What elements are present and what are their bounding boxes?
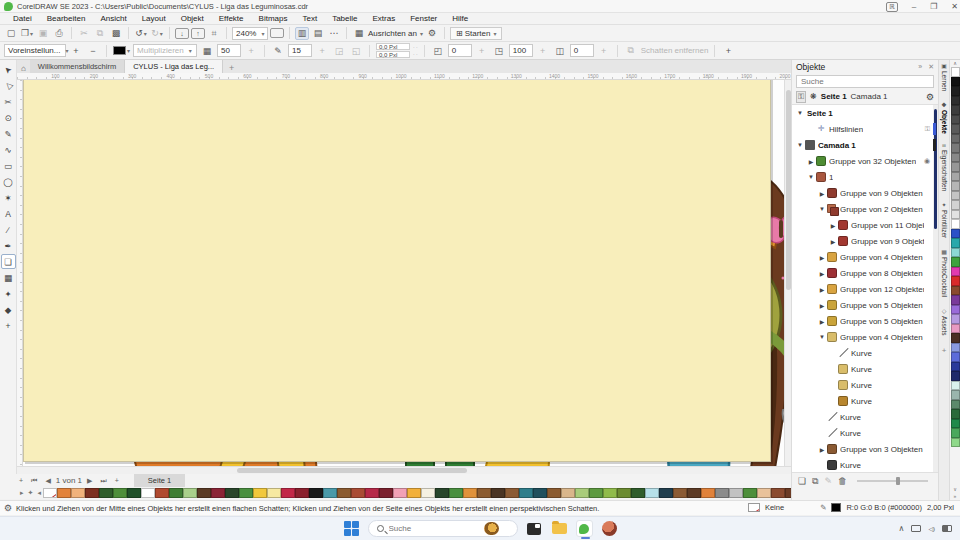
color-swatch[interactable] [757,488,771,498]
docker-settings-gear[interactable]: ⚙ [926,92,934,102]
text-tool[interactable]: A [1,206,16,221]
tree-row-7[interactable]: ▶Gruppe von 11 Objekten [792,217,938,233]
add-docker-button[interactable]: + [942,346,947,355]
expand-arrow-icon[interactable]: ▶ [818,318,826,325]
menu-objekt[interactable]: Objekt [174,13,211,25]
shadow-offset-fields[interactable]: 0,0 Pxl 0,0 Pxl [376,43,410,58]
color-swatch[interactable] [617,488,631,498]
more-tools[interactable]: + [1,318,16,333]
color-swatch[interactable] [659,488,673,498]
color-swatch[interactable] [951,352,960,362]
shadow-opacity-field[interactable]: 50 [217,44,241,57]
color-swatch[interactable] [673,488,687,498]
battery-tray-icon[interactable] [942,525,952,532]
docker-tab-photococktail[interactable]: ▦PhotoCocktail [941,248,948,297]
prev-page-button[interactable]: ◀ [42,477,53,485]
show-grid-toggle[interactable]: ▤ [311,27,325,40]
expand-arrow-icon[interactable]: ▶ [818,254,826,261]
color-swatch[interactable] [951,390,960,400]
opacity2-field[interactable]: 100 [509,44,533,57]
docker-search[interactable] [796,75,934,88]
feather-direction-button[interactable]: ◲ [332,44,346,57]
last-page-button[interactable]: ⏭ [97,477,109,485]
browser-taskbar-button[interactable] [601,520,618,537]
docker-tab-eigenschaften[interactable]: ≡Eigenschaften [941,144,948,191]
color-swatch[interactable] [951,134,960,144]
tree-row-21[interactable]: ▶Gruppe von 3 Objekten [792,441,938,457]
show-rulers-toggle[interactable]: ▥ [295,27,309,40]
color-swatch[interactable] [267,488,281,498]
home-tab-icon[interactable]: ⌂ [17,64,30,73]
taskbar-search[interactable] [368,520,518,537]
color-swatch[interactable] [951,86,960,96]
tree-row-18[interactable]: Kurve [792,393,938,409]
expand-arrow-icon[interactable]: ▼ [807,174,815,180]
lock-icon[interactable]: ⚿ [925,125,930,133]
color-swatch[interactable] [225,488,239,498]
color-swatch[interactable] [421,488,435,498]
docker-collapse-button[interactable]: » [918,63,922,71]
color-swatch[interactable] [533,488,547,498]
color-swatch[interactable] [951,200,960,210]
expand-arrow-icon[interactable]: ▶ [807,158,815,165]
color-swatch[interactable] [365,488,379,498]
feather-stepper[interactable]: + [315,44,329,57]
color-swatch[interactable] [951,219,960,229]
color-swatch[interactable] [743,488,757,498]
tree-row-20[interactable]: Kurve [792,425,938,441]
color-swatch[interactable] [449,488,463,498]
color-swatch[interactable] [547,488,561,498]
delete-button[interactable]: 🗑 [838,476,847,486]
menu-layout[interactable]: Layout [135,13,173,25]
page-tab[interactable]: Seite 1 [134,474,185,487]
tree-row-12[interactable]: ▶Gruppe von 5 Objekten [792,297,938,313]
remove-preset-button[interactable]: − [86,44,100,57]
docker-tab-pointilizer[interactable]: ✦Pointilizer [941,201,948,238]
rectangle-tool[interactable]: ▭ [1,158,16,173]
lock-toggle-icon[interactable]: ⚿ [796,91,806,103]
export-button[interactable]: ↑ [191,28,205,39]
expand-arrow-icon[interactable]: ▶ [818,446,826,453]
zoom-level-combo[interactable]: 240%▾ [232,27,268,40]
color-swatch[interactable] [127,488,141,498]
eyedropper-tool[interactable]: ✦ [1,286,16,301]
menu-tabelle[interactable]: Tabelle [325,13,364,25]
shadow-tool[interactable]: ❏ [1,254,16,269]
color-swatch[interactable] [99,488,113,498]
account-icon[interactable]: ℝ [886,2,898,12]
freehand-tool[interactable]: ✎ [1,126,16,141]
color-swatch[interactable] [951,210,960,220]
color-swatch[interactable] [701,488,715,498]
color-swatch[interactable] [169,488,183,498]
color-swatch[interactable] [951,153,960,163]
color-swatch[interactable] [951,181,960,191]
menu-datei[interactable]: Datei [6,13,39,25]
display-tray-icon[interactable] [911,525,921,532]
paste-button[interactable]: ▩ [109,27,123,40]
color-swatch[interactable] [281,488,295,498]
color-swatch[interactable] [393,488,407,498]
vertical-scrollbar[interactable] [784,80,791,466]
color-swatch[interactable] [951,248,960,258]
polygon-tool[interactable]: ✶ [1,190,16,205]
color-swatch[interactable] [951,96,960,106]
color-swatch[interactable] [491,488,505,498]
color-swatch[interactable] [951,305,960,315]
color-swatch[interactable] [183,488,197,498]
dimension-tool[interactable]: ∕ [1,222,16,237]
search-highlight-thumbnail[interactable] [484,522,499,535]
document-tab-0[interactable]: Willkommensbildschirm [30,60,125,73]
color-swatch[interactable] [951,143,960,153]
fullscreen-button[interactable] [270,28,284,38]
tree-row-5[interactable]: ▶Gruppe von 9 Objekten [792,185,938,201]
color-swatch[interactable] [951,371,960,381]
menu-effekte[interactable]: Effekte [212,13,251,25]
pen-tool[interactable]: ✒ [1,238,16,253]
feather-field[interactable]: 15 [288,44,312,57]
expand-arrow-icon[interactable]: ▼ [818,206,826,212]
color-swatch[interactable] [113,488,127,498]
tree-row-15[interactable]: Kurve [792,345,938,361]
color-swatch[interactable] [951,409,960,419]
color-swatch[interactable] [253,488,267,498]
mesh-fill-tool[interactable]: ▦ [1,270,16,285]
